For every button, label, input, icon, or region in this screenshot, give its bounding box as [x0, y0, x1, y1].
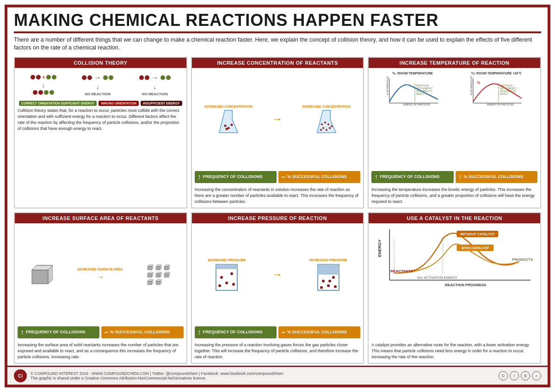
pressure-header: INCREASE PRESSURE OF REACTION — [192, 213, 364, 223]
svg-rect-59 — [156, 281, 160, 285]
collision-theory-header: COLLISION THEORY — [15, 58, 186, 68]
pressure-badge-success: – % SUCCESSFUL COLLISIONS — [278, 326, 360, 338]
dot-green — [166, 75, 171, 80]
flask-label-1: INCREASED CONCENTRATION — [204, 105, 253, 109]
dot-red — [36, 75, 41, 80]
arrow-label-group: INCREASED SURFACE AREA → — [77, 268, 123, 282]
temperature-badge-frequency: ↑ FREQUENCY OF COLLISIONS — [371, 171, 453, 183]
pressure-high: INCREASED PRESSURE — [309, 258, 347, 291]
dot-red — [31, 75, 35, 80]
svg-text:ENERGY OF PARTICLES: ENERGY OF PARTICLES — [487, 103, 514, 106]
svg-marker-1 — [219, 110, 238, 133]
svg-point-67 — [218, 284, 221, 287]
svg-rect-47 — [148, 274, 152, 277]
big-cube-svg — [30, 263, 53, 286]
footer-left: Ci © COMPOUND INTEREST 2016 - WWW.COMPOU… — [14, 369, 284, 382]
svg-point-12 — [322, 127, 324, 129]
catalyst-body: ENERGY REACTION PROGRESS REACTANTS PRODU… — [369, 223, 540, 363]
dot-green — [109, 75, 113, 80]
footer-logo: Ci — [14, 369, 27, 382]
temperature-body: T₁: ROOM TEMPERATURE % OF PARTICLES ENER… — [369, 68, 540, 208]
svg-text:REACTANTS: REACTANTS — [391, 269, 413, 273]
temp-graph-2: T₂: ROOM TEMPERATURE +20°C % OF PARTICLE… — [456, 72, 537, 167]
cc-icon-info: i — [510, 371, 519, 380]
pressure-body: INCREASED PRESSURE → — [192, 223, 364, 363]
svg-text:REACT: REACT — [500, 92, 508, 95]
dot-green — [52, 75, 56, 80]
concentration-body: INCREASED CONCENTRATION → INCREASED CONC — [192, 68, 364, 208]
temperature-badge-success: ↑ % SUCCESSFUL COLLISIONS — [456, 171, 537, 183]
dot-green — [160, 75, 165, 80]
cc-icon-nd: = — [532, 371, 541, 380]
dot-red — [145, 75, 149, 80]
svg-point-75 — [334, 285, 337, 288]
pressure-text: Increasing the pressure of a reaction in… — [195, 342, 361, 360]
collision-diagram: ✦ ↓ — [18, 71, 184, 99]
no-reaction-label-1: NO REACTION — [85, 92, 111, 96]
svg-text:Ea= ACTIVATION ENERGY: Ea= ACTIVATION ENERGY — [418, 276, 458, 279]
svg-point-66 — [225, 282, 228, 284]
pressure-row: INCREASED PRESSURE → — [195, 226, 361, 324]
footer-copyright: © COMPOUND INTEREST 2016 - WWW.COMPOUNDC… — [31, 371, 284, 376]
surface-area-body: INCREASED SURFACE AREA → — [15, 223, 186, 363]
svg-point-13 — [326, 129, 327, 131]
pressure-svg-2 — [317, 263, 340, 291]
cc-icon-copyright: © — [499, 371, 508, 380]
temp-graph-1: T₁: ROOM TEMPERATURE % OF PARTICLES ENER… — [371, 72, 453, 167]
concentration-text: Increasing the concentration of reactant… — [195, 187, 361, 205]
catalyst-graph: ENERGY REACTION PROGRESS REACTANTS PRODU… — [371, 226, 537, 340]
catalyst-text: A catalyst provides an alternative route… — [371, 342, 537, 360]
pressure-low: INCREASED PRESSURE — [208, 258, 246, 291]
panel-concentration: INCREASE CONCENTRATION OF REACTANTS INCR… — [191, 57, 364, 208]
molecule-group-energy: → ↓ NO REACTION — [139, 74, 171, 96]
svg-rect-50 — [156, 274, 160, 277]
dot-red — [38, 90, 43, 95]
temperature-graphs: T₁: ROOM TEMPERATURE % OF PARTICLES ENER… — [371, 71, 537, 168]
minus-icon-success: – — [281, 173, 285, 181]
svg-rect-44 — [164, 266, 168, 270]
svg-point-71 — [322, 280, 325, 282]
minus-icon-surface: – — [104, 329, 108, 336]
concentration-arrow: → — [272, 113, 283, 125]
cc-icon-nc: $ — [521, 371, 530, 380]
collision-theory-text: Collision theory states that, for a reac… — [18, 108, 184, 132]
concentration-badge-frequency: ↑ FREQUENCY OF COLLISIONS — [195, 171, 277, 183]
concentration-header: INCREASE CONCENTRATION OF REACTANTS — [192, 58, 364, 68]
surface-area-arrow: → — [96, 272, 104, 282]
panel-pressure: INCREASE PRESSURE OF REACTION INCREASED … — [191, 212, 364, 364]
svg-point-64 — [220, 276, 223, 279]
pressure-svg-1 — [215, 263, 238, 291]
molecule-group-success: ✦ ↓ — [31, 75, 56, 95]
pressure-label-2: INCREASED PRESSURE — [309, 258, 347, 262]
surface-area-label: INCREASED SURFACE AREA — [77, 268, 123, 271]
svg-point-15 — [320, 129, 322, 131]
svg-text:ENERGY OF PARTICLES: ENERGY OF PARTICLES — [403, 103, 431, 106]
flask-label-2: INCREASED CONCENTRATION — [302, 105, 351, 109]
svg-point-11 — [331, 125, 333, 127]
surface-area-header: INCREASE SURFACE AREA OF REACTANTS — [15, 213, 186, 223]
svg-point-73 — [327, 284, 330, 287]
dot-red — [87, 75, 92, 80]
pressure-badge-frequency: ↑ FREQUENCY OF COLLISIONS — [195, 326, 277, 338]
up-icon-surface-freq: ↑ — [20, 329, 24, 336]
page-subtitle: There are a number of different things t… — [7, 33, 548, 55]
pressure-badges: ↑ FREQUENCY OF COLLISIONS – % SUCCESSFUL… — [195, 326, 361, 338]
svg-rect-35 — [32, 270, 48, 284]
catalyst-header: USE A CATALYST IN THE REACTION — [369, 213, 540, 223]
dot-red — [33, 90, 37, 95]
svg-point-4 — [231, 124, 233, 126]
svg-rect-38 — [148, 266, 152, 270]
molecule-group-wrong: → ↓ NO REACTION — [82, 74, 113, 96]
temp-graph-title-2: T₂: ROOM TEMPERATURE +20°C — [471, 72, 522, 75]
footer-cc-icons: © i $ = — [499, 371, 541, 380]
panel-collision-theory: COLLISION THEORY ✦ ↓ — [14, 57, 187, 208]
up-icon-temp-success: ↑ — [458, 173, 462, 181]
flask-low: INCREASED CONCENTRATION — [204, 105, 253, 134]
content-grid: COLLISION THEORY ✦ ↓ — [7, 55, 548, 366]
legend-correct: CORRECT ORIENTATION SUFFICIENT ENERGY — [19, 101, 97, 106]
pressure-label-1: INCREASED PRESSURE — [208, 258, 246, 262]
surface-area-text: Increasing the surface area of solid rea… — [18, 342, 184, 360]
flask-svg-1 — [218, 110, 239, 134]
dot-green — [49, 90, 54, 95]
legend-insufficient: INSUFFICIENT ENERGY — [141, 101, 182, 106]
